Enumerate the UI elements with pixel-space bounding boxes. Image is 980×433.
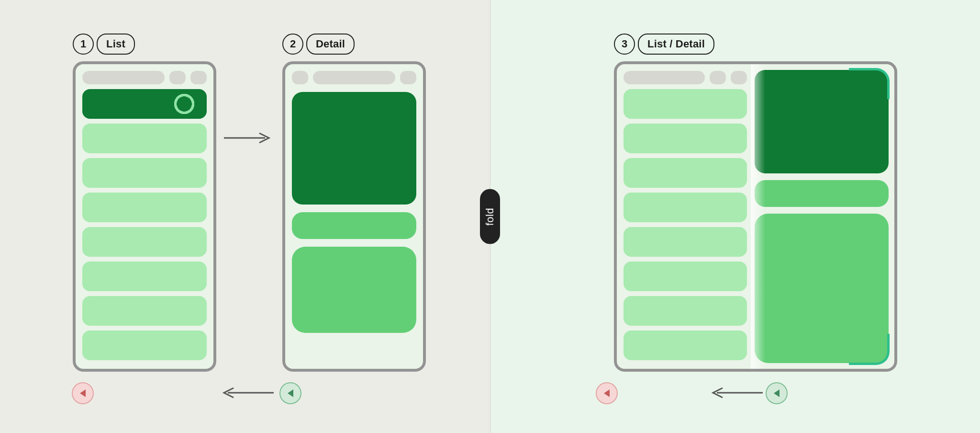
list-item[interactable] — [624, 158, 747, 188]
detail-subtitle-block — [292, 212, 416, 239]
detail-entry-glow — [751, 64, 765, 369]
triangle-left-icon — [288, 389, 293, 397]
back-marker-disabled — [72, 382, 94, 404]
detail-subtitle-block — [755, 180, 889, 207]
fold-divider-label: fold — [480, 189, 500, 244]
appbar-title-placeholder — [313, 71, 395, 84]
tap-indicator-icon — [173, 93, 195, 115]
list-item[interactable] — [624, 89, 747, 119]
step-2-header: 2 Detail — [282, 34, 355, 55]
arrow-detail-back — [217, 387, 275, 399]
step-2-number: 2 — [282, 34, 303, 55]
list-item[interactable] — [82, 158, 207, 188]
list-item[interactable] — [82, 193, 207, 222]
two-pane-list-column — [617, 64, 751, 369]
list-item[interactable] — [82, 296, 207, 326]
diagram-stage: 1 List 2 Detail — [0, 0, 980, 433]
list-appbar — [624, 71, 747, 84]
two-pane-detail-column — [751, 64, 894, 369]
appbar-title-placeholder — [82, 71, 165, 84]
panel-list — [73, 61, 216, 372]
list-item[interactable] — [82, 262, 207, 291]
list-column — [76, 64, 213, 360]
triangle-left-icon — [604, 389, 610, 397]
triangle-left-icon — [774, 389, 780, 397]
appbar-title-placeholder — [624, 71, 705, 84]
appbar-action-placeholder — [169, 71, 186, 84]
fold-text: fold — [484, 207, 496, 225]
step-1-label: List — [97, 34, 135, 55]
list-item[interactable] — [624, 124, 747, 153]
step-1-number: 1 — [73, 34, 94, 55]
panel-detail — [282, 61, 426, 372]
triangle-left-icon — [80, 389, 86, 397]
panel-list-detail — [614, 61, 897, 372]
list-item[interactable] — [82, 330, 207, 360]
step-3-label: List / Detail — [638, 34, 714, 55]
step-3-number: 3 — [614, 34, 635, 55]
step-2-label: Detail — [306, 34, 355, 55]
back-marker-enabled[interactable] — [766, 382, 788, 404]
detail-appbar — [292, 71, 416, 84]
step-1-header: 1 List — [73, 34, 135, 55]
list-item[interactable] — [624, 330, 747, 360]
detail-column — [285, 64, 423, 340]
list-item[interactable] — [82, 124, 207, 153]
step-3-header: 3 List / Detail — [614, 34, 714, 55]
appbar-action-placeholder — [710, 71, 726, 84]
back-marker-disabled — [596, 382, 618, 404]
back-button-placeholder[interactable] — [292, 71, 308, 84]
list-appbar — [82, 71, 207, 84]
arrow-two-pane-back — [706, 387, 764, 399]
motion-arc-top-icon — [849, 68, 890, 99]
list-item[interactable] — [624, 296, 747, 326]
appbar-action-placeholder — [190, 71, 207, 84]
list-item[interactable] — [624, 227, 747, 257]
arrow-list-to-detail — [223, 132, 271, 144]
list-item[interactable] — [624, 262, 747, 291]
list-item[interactable] — [82, 227, 207, 257]
detail-body-block — [292, 247, 416, 333]
list-item-selected[interactable] — [82, 89, 207, 119]
list-item[interactable] — [624, 193, 747, 222]
appbar-action-placeholder — [400, 71, 416, 84]
detail-hero — [292, 92, 416, 205]
appbar-action-placeholder — [731, 71, 747, 84]
back-marker-enabled[interactable] — [279, 382, 301, 404]
motion-arc-bottom-icon — [849, 334, 890, 365]
